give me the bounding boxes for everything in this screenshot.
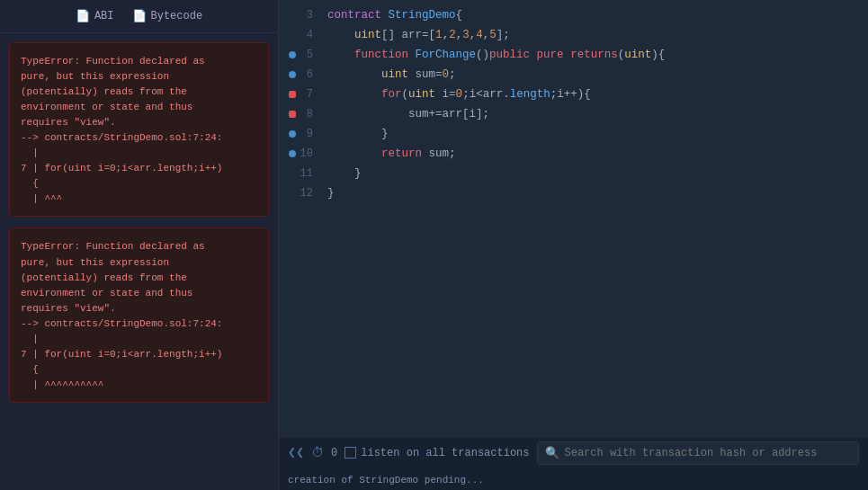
status-text: creation of StringDemo pending... (288, 475, 484, 486)
listen-checkbox[interactable] (345, 447, 356, 459)
code-line-7: 7 for(uint i=0;i<arr.length;i++){ (279, 85, 868, 104)
line-num-6: 6 (299, 68, 327, 81)
gutter-7 (286, 91, 299, 98)
line-num-4: 4 (299, 29, 327, 41)
line-num-10: 10 (299, 147, 327, 160)
line-num-9: 9 (299, 128, 327, 140)
code-line-3: 3 contract StringDemo{ (279, 5, 868, 25)
bytecode-label: Bytecode (151, 10, 203, 22)
line-code-5: function ForChange()public pure returns(… (327, 49, 665, 61)
error-card-2: TypeError: Function declared aspure, but… (9, 227, 269, 402)
bottom-bar-left: ❮❮ ⏱ 0 (288, 444, 337, 461)
error-dot-7[interactable] (289, 91, 296, 98)
left-panel: 📄 ABI 📄 Bytecode TypeError: Function dec… (0, 0, 279, 490)
line-code-9: } (327, 128, 389, 140)
search-input[interactable] (565, 447, 852, 459)
breakpoint-dot-9[interactable] (289, 130, 296, 138)
gutter-9 (286, 130, 299, 138)
code-line-10: 10 return sum; (279, 144, 868, 164)
double-chevron-icon[interactable]: ❮❮ (288, 444, 304, 461)
abi-label: ABI (94, 10, 114, 22)
line-code-10: return sum; (327, 147, 456, 160)
abi-button[interactable]: 📄 ABI (76, 9, 114, 23)
code-line-4: 4 uint[] arr=[1,2,3,4,5]; (279, 25, 868, 45)
code-editor: 3 contract StringDemo{ 4 uint[] arr=[1,2… (279, 0, 868, 436)
bytecode-button[interactable]: 📄 Bytecode (132, 9, 203, 23)
error-card-1: TypeError: Function declared aspure, but… (9, 42, 269, 217)
code-line-12: 12 } (279, 183, 868, 203)
main-layout: 📄 ABI 📄 Bytecode TypeError: Function dec… (0, 0, 868, 490)
code-line-8: 8 sum+=arr[i]; (279, 104, 868, 124)
line-num-5: 5 (299, 49, 327, 61)
gutter-8 (286, 111, 299, 118)
right-panel: 3 contract StringDemo{ 4 uint[] arr=[1,2… (279, 0, 868, 490)
gutter-10 (286, 150, 299, 157)
bottom-bar: ❮❮ ⏱ 0 listen on all transactions 🔍 (279, 436, 868, 468)
line-num-11: 11 (299, 167, 327, 180)
error-dot-8[interactable] (289, 111, 296, 118)
breakpoint-dot-5[interactable] (289, 51, 296, 58)
line-code-6: uint sum=0; (327, 68, 456, 81)
clock-icon[interactable]: ⏱ (311, 446, 324, 460)
line-num-8: 8 (299, 108, 327, 120)
status-bar: creation of StringDemo pending... (279, 468, 868, 490)
error-text-1: TypeError: Function declared aspure, but… (21, 54, 257, 207)
breakpoint-dot-6[interactable] (289, 71, 296, 78)
search-icon: 🔍 (545, 446, 559, 460)
listen-checkbox-area: listen on all transactions (345, 447, 529, 459)
line-code-4: uint[] arr=[1,2,3,4,5]; (327, 29, 510, 41)
transaction-count: 0 (331, 447, 337, 459)
line-num-3: 3 (299, 9, 327, 22)
code-line-5: 5 function ForChange()public pure return… (279, 45, 868, 65)
line-code-8: sum+=arr[i]; (327, 108, 489, 120)
line-code-11: } (327, 167, 362, 180)
abi-icon: 📄 (76, 9, 90, 23)
gutter-6 (286, 71, 299, 78)
breakpoint-dot-10[interactable] (289, 150, 296, 157)
line-code-12: } (327, 187, 335, 200)
code-line-9: 9 } (279, 124, 868, 144)
left-header: 📄 ABI 📄 Bytecode (0, 0, 278, 33)
code-line-11: 11 } (279, 164, 868, 183)
line-code-7: for(uint i=0;i<arr.length;i++){ (327, 88, 591, 101)
error-text-2: TypeError: Function declared aspure, but… (21, 239, 257, 392)
line-code-3: contract StringDemo{ (327, 9, 462, 22)
line-num-7: 7 (299, 88, 327, 101)
error-list: TypeError: Function declared aspure, but… (0, 33, 278, 490)
bytecode-icon: 📄 (132, 9, 147, 23)
gutter-5 (286, 51, 299, 58)
code-line-6: 6 uint sum=0; (279, 65, 868, 85)
transaction-search-area: 🔍 (537, 441, 860, 465)
line-num-12: 12 (299, 187, 327, 200)
listen-label: listen on all transactions (361, 447, 529, 459)
